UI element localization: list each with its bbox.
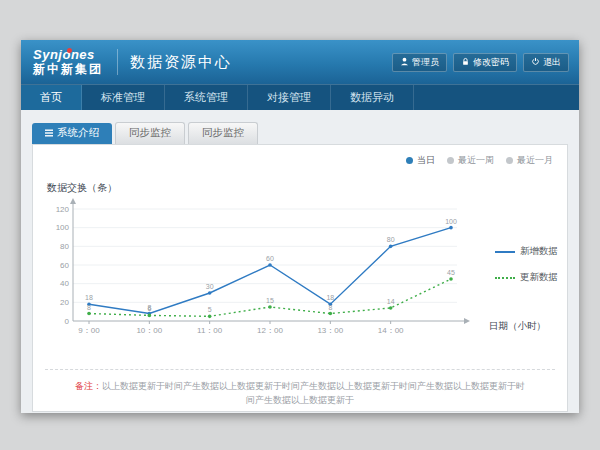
x-axis-title: 日期（小时） <box>489 320 546 333</box>
lock-icon <box>461 57 470 68</box>
chart-panel: 当日 最近一周 最近一月 数据交换（条） 0204060801001209：00… <box>32 144 568 412</box>
filter-last-month-label: 最近一月 <box>517 154 553 167</box>
tab-sync-monitor-1[interactable]: 同步监控 <box>115 122 185 144</box>
user-icon <box>400 57 409 68</box>
svg-text:60: 60 <box>60 261 69 270</box>
filter-today[interactable]: 当日 <box>406 154 435 167</box>
svg-text:10：00: 10：00 <box>136 326 162 335</box>
filter-today-label: 当日 <box>417 154 435 167</box>
svg-text:8: 8 <box>87 304 91 311</box>
tab-system-intro[interactable]: 系统介绍 <box>32 123 112 144</box>
chart-area: 0204060801001209：0010：0011：0012：0013：001… <box>45 197 555 367</box>
svg-text:11：00: 11：00 <box>197 326 223 335</box>
radio-dot-icon <box>447 157 454 164</box>
nav-item-data-changes[interactable]: 数据异动 <box>331 85 414 110</box>
nav-item-home[interactable]: 首页 <box>21 85 82 110</box>
svg-text:80: 80 <box>60 242 69 251</box>
tab-sync-monitor-2[interactable]: 同步监控 <box>188 122 258 144</box>
time-range-filters: 当日 最近一周 最近一月 <box>406 154 553 167</box>
header-divider <box>117 49 118 75</box>
legend-new-data-label: 新增数据 <box>520 245 558 258</box>
svg-text:12：00: 12：00 <box>257 326 283 335</box>
footnote: 备注：以上数据更新于时间产生数据以上数据更新于时间产生数据以上数据更新于时间产生… <box>45 369 555 411</box>
content-area: 系统介绍 同步监控 同步监控 当日 最近一周 <box>21 110 579 413</box>
power-icon <box>531 57 540 68</box>
y-axis-title: 数据交换（条） <box>47 181 555 195</box>
admin-user-label: 管理员 <box>412 56 439 69</box>
svg-text:120: 120 <box>56 205 70 214</box>
legend-item-new-data: 新增数据 <box>495 245 558 258</box>
svg-text:80: 80 <box>387 236 395 243</box>
svg-text:8: 8 <box>328 304 332 311</box>
svg-text:45: 45 <box>447 269 455 276</box>
tab-system-intro-label: 系统介绍 <box>57 126 99 140</box>
tab-sync-monitor-1-label: 同步监控 <box>129 126 171 140</box>
svg-text:100: 100 <box>445 218 457 225</box>
change-password-button[interactable]: 修改密码 <box>453 53 517 72</box>
svg-text:0: 0 <box>65 317 70 326</box>
logo-company-text: 新中新集团 <box>33 63 103 76</box>
svg-text:18: 18 <box>326 294 334 301</box>
filter-last-week[interactable]: 最近一周 <box>447 154 494 167</box>
legend-line-sample <box>495 251 515 253</box>
svg-text:9：00: 9：00 <box>78 326 100 335</box>
footnote-label: 备注： <box>75 381 102 391</box>
change-password-label: 修改密码 <box>473 56 509 69</box>
app-title: 数据资源中心 <box>130 53 232 72</box>
data-exchange-line-chart: 0204060801001209：0010：0011：0012：0013：001… <box>45 197 485 347</box>
tab-bar: 系统介绍 同步监控 同步监控 <box>32 123 568 144</box>
company-logo: Synjones 新中新集团 <box>31 46 113 77</box>
list-icon <box>45 127 53 139</box>
header-actions: 管理员 修改密码 退出 <box>386 53 569 72</box>
svg-text:13：00: 13：00 <box>317 326 343 335</box>
radio-dot-icon <box>406 157 413 164</box>
svg-text:5: 5 <box>208 306 212 313</box>
main-nav: 首页 标准管理 系统管理 对接管理 数据异动 <box>21 84 579 110</box>
svg-text:15: 15 <box>266 297 274 304</box>
svg-text:100: 100 <box>56 223 70 232</box>
svg-text:14：00: 14：00 <box>378 326 404 335</box>
filter-last-week-label: 最近一周 <box>458 154 494 167</box>
svg-text:14: 14 <box>387 298 395 305</box>
chart-legend: 新增数据 更新数据 <box>495 245 558 297</box>
svg-text:30: 30 <box>206 283 214 290</box>
svg-text:18: 18 <box>85 294 93 301</box>
nav-item-interface-mgmt[interactable]: 对接管理 <box>248 85 331 110</box>
svg-text:60: 60 <box>266 255 274 262</box>
logout-label: 退出 <box>543 56 561 69</box>
radio-dot-icon <box>506 157 513 164</box>
nav-item-system-mgmt[interactable]: 系统管理 <box>165 85 248 110</box>
desktop-background: Synjones 新中新集团 数据资源中心 管理员 修改密码 <box>0 0 600 450</box>
legend-item-updated-data: 更新数据 <box>495 271 558 284</box>
svg-text:40: 40 <box>60 279 69 288</box>
footnote-text: 以上数据更新于时间产生数据以上数据更新于时间产生数据以上数据更新于时间产生数据以… <box>102 381 525 405</box>
admin-user-button[interactable]: 管理员 <box>392 53 447 72</box>
svg-text:6: 6 <box>147 305 151 312</box>
app-window: Synjones 新中新集团 数据资源中心 管理员 修改密码 <box>21 40 579 413</box>
nav-item-standard-mgmt[interactable]: 标准管理 <box>82 85 165 110</box>
app-header: Synjones 新中新集团 数据资源中心 管理员 修改密码 <box>21 40 579 84</box>
logout-button[interactable]: 退出 <box>523 53 569 72</box>
svg-text:20: 20 <box>60 298 69 307</box>
legend-updated-data-label: 更新数据 <box>520 271 558 284</box>
legend-line-sample <box>495 277 515 279</box>
filter-last-month[interactable]: 最近一月 <box>506 154 553 167</box>
tab-sync-monitor-2-label: 同步监控 <box>202 126 244 140</box>
